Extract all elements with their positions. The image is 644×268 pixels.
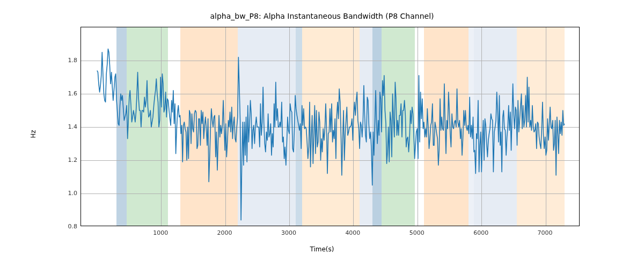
- ytick-label: 1.6: [68, 90, 78, 97]
- chart-title: alpha_bw_P8: Alpha Instantaneous Bandwid…: [0, 12, 644, 20]
- ytick-label: 0.8: [68, 223, 78, 230]
- line-series-svg: [81, 27, 580, 226]
- yaxis-label: Hz: [30, 130, 37, 138]
- ytick-label: 1.4: [68, 123, 78, 130]
- xtick-label: 3000: [281, 229, 296, 236]
- xtick-label: 7000: [538, 229, 553, 236]
- xtick-label: 4000: [345, 229, 360, 236]
- series-line: [97, 49, 565, 220]
- xtick-label: 6000: [473, 229, 488, 236]
- xtick-label: 1000: [153, 229, 168, 236]
- ytick-label: 1.2: [68, 157, 78, 163]
- ytick-label: 1.0: [68, 190, 78, 197]
- ytick-label: 1.8: [68, 57, 78, 64]
- ytick-col: 0.81.01.21.41.61.8: [45, 27, 77, 226]
- xtick-label: 5000: [409, 229, 425, 236]
- xtick-label: 2000: [217, 229, 232, 236]
- xtick-row: 1000200030004000500060007000: [80, 229, 580, 237]
- chart-figure: alpha_bw_P8: Alpha Instantaneous Bandwid…: [0, 0, 644, 268]
- axes-frame: [80, 27, 580, 226]
- axes-container: 1000200030004000500060007000 0.81.01.21.…: [80, 27, 580, 226]
- xaxis-label: Time(s): [0, 245, 644, 253]
